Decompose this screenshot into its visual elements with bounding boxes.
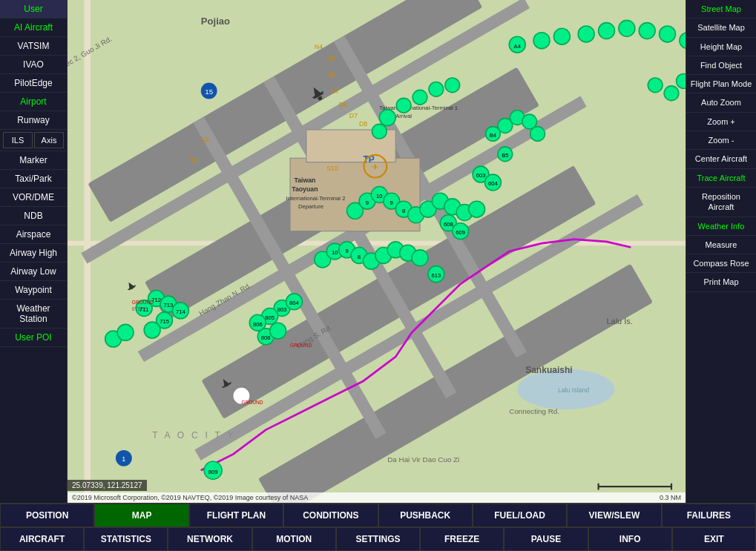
btn-zoom-minus[interactable]: Zoom - (686, 131, 756, 150)
btn-measure[interactable]: Measure (686, 236, 756, 254)
btn-weather-info[interactable]: Weather Info (686, 217, 756, 236)
btn-flight-plan-mode[interactable]: Flight Plan Mode (686, 75, 756, 93)
svg-text:0T072: 0T072 (132, 306, 146, 311)
toolbar-btn-aircraft[interactable]: AIRCRAFT (0, 527, 84, 551)
svg-text:GROUND: GROUND (132, 300, 154, 305)
svg-text:D7: D7 (349, 112, 358, 119)
toolbar-btn-freeze[interactable]: FREEZE (420, 527, 504, 551)
btn-compass-rose[interactable]: Compass Rose (686, 254, 756, 273)
sidebar-item-user[interactable]: User (0, 0, 67, 19)
copyright-text: ©2019 Microsoft Corporation, ©2019 NAVTE… (72, 494, 308, 501)
btn-height-map[interactable]: Height Map (686, 38, 756, 56)
svg-text:Lalu Island: Lalu Island (558, 386, 589, 394)
btn-find-object[interactable]: Find Object (686, 56, 756, 75)
svg-point-57 (429, 82, 444, 96)
svg-point-56 (412, 90, 427, 105)
sidebar-item-airspace[interactable]: Airspace (0, 225, 67, 244)
coordinates-text: 25.07339, 121.25127 (72, 481, 142, 489)
toolbar-btn-position[interactable]: POSITION (0, 504, 94, 527)
svg-point-59 (372, 124, 387, 139)
svg-text:1: 1 (122, 455, 125, 463)
svg-text:613: 613 (432, 272, 441, 279)
bottom-toolbar: POSITION MAP FLIGHT PLAN CONDITIONS PUSH… (0, 503, 756, 551)
svg-text:S10: S10 (326, 165, 338, 172)
svg-text:Taoyuan: Taoyuan (292, 185, 318, 193)
svg-text:608: 608 (444, 221, 453, 228)
toolbar-btn-view-slew[interactable]: VIEW/SLEW (567, 504, 661, 527)
toolbar-btn-statistics[interactable]: STATISTICS (84, 527, 168, 551)
svg-text:Arrival: Arrival (395, 113, 412, 119)
btn-trace-aircraft[interactable]: Trace Aircraft (686, 169, 756, 188)
sidebar-item-waypoint[interactable]: Waypoint (0, 281, 67, 300)
svg-point-126 (270, 323, 286, 339)
svg-text:N4: N4 (315, 43, 323, 50)
svg-text:International-Terminal 2: International-Terminal 2 (286, 195, 346, 202)
toolbar-btn-fuel-load[interactable]: FUEL/LOAD (473, 504, 567, 527)
svg-text:809: 809 (208, 469, 218, 475)
svg-text:8: 8 (402, 208, 405, 214)
toolbar-btn-motion[interactable]: MOTION (252, 527, 336, 551)
sidebar-item-airport[interactable]: Airport (0, 93, 67, 111)
btn-auto-zoom[interactable]: Auto Zoom (686, 93, 756, 112)
sidebar-item-ndb[interactable]: NDB (0, 207, 67, 225)
toolbar-btn-pushback[interactable]: PUSHBACK (378, 504, 473, 527)
btn-center-aircraft[interactable]: Center Aircraft (686, 150, 756, 168)
sidebar-item-vor-dme[interactable]: VOR/DME (0, 188, 67, 207)
sidebar-item-airway-low[interactable]: Airway Low (0, 263, 67, 281)
toolbar-row-2: AIRCRAFT STATISTICS NETWORK MOTION SETTI… (0, 527, 756, 551)
app: User AI Aircraft VATSIM IVAO PilotEdge A… (0, 0, 756, 551)
svg-text:10: 10 (332, 249, 338, 256)
svg-text:D8: D8 (359, 120, 367, 128)
sidebar-item-marker[interactable]: Marker (0, 151, 67, 170)
btn-satellite-map[interactable]: Satellite Map (686, 19, 756, 37)
svg-point-78 (469, 201, 485, 217)
btn-reposition-aircraft[interactable]: Reposition Aircraft (686, 188, 756, 217)
toolbar-btn-flight-plan[interactable]: FLIGHT PLAN (189, 504, 283, 527)
svg-point-46 (639, 23, 655, 39)
sidebar-item-taxi-park[interactable]: Taxi/Park (0, 170, 67, 188)
sidebar-item-axis[interactable]: Axis (34, 132, 64, 148)
svg-text:N3: N3 (188, 156, 197, 164)
sidebar-item-vatsim[interactable]: VATSIM (0, 37, 67, 56)
svg-text:806: 806 (253, 321, 263, 328)
map-area[interactable]: Lalu Island (68, 0, 686, 503)
sidebar-item-runway[interactable]: Runway (0, 111, 67, 130)
svg-text:GROUND: GROUND (241, 400, 263, 405)
sidebar-item-user-poi[interactable]: User POI (0, 329, 67, 347)
toolbar-btn-failures[interactable]: FAILURES (662, 504, 756, 527)
toolbar-row-1: POSITION MAP FLIGHT PLAN CONDITIONS PUSH… (0, 504, 756, 527)
sidebar-item-ai-aircraft[interactable]: AI Aircraft (0, 19, 67, 37)
right-sidebar: Street Map Satellite Map Height Map Find… (686, 0, 756, 503)
svg-text:715: 715 (160, 318, 169, 325)
svg-text:B5: B5 (502, 152, 508, 159)
svg-text:Sankuaishi: Sankuaishi (525, 365, 572, 375)
svg-point-53 (648, 78, 663, 93)
svg-point-45 (619, 20, 635, 36)
sidebar-item-airway-high[interactable]: Airway High (0, 244, 67, 263)
sidebar-item-ivao[interactable]: IVAO (0, 56, 67, 74)
svg-text:Lalu Is.: Lalu Is. (607, 317, 633, 326)
toolbar-btn-conditions[interactable]: CONDITIONS (283, 504, 378, 527)
sidebar-item-ils[interactable]: ILS (3, 132, 33, 148)
btn-street-map[interactable]: Street Map (686, 0, 756, 19)
toolbar-btn-map[interactable]: MAP (94, 504, 188, 527)
svg-text:803: 803 (277, 306, 287, 313)
toolbar-btn-info[interactable]: INFO (588, 527, 672, 551)
sidebar-item-weather-station[interactable]: Weather Station (0, 300, 67, 329)
svg-point-43 (578, 26, 594, 42)
svg-point-91 (412, 250, 428, 266)
toolbar-btn-settings[interactable]: SETTINGS (336, 527, 420, 551)
svg-text:805: 805 (265, 314, 275, 321)
svg-point-41 (533, 33, 550, 49)
sidebar-item-pilotedge[interactable]: PilotEdge (0, 74, 67, 93)
left-sidebar: User AI Aircraft VATSIM IVAO PilotEdge A… (0, 0, 68, 503)
btn-print-map[interactable]: Print Map (686, 273, 756, 291)
svg-text:N7: N7 (331, 88, 339, 95)
toolbar-btn-pause[interactable]: PAUSE (504, 527, 588, 551)
toolbar-btn-exit[interactable]: EXIT (672, 527, 756, 551)
svg-text:603: 603 (476, 172, 486, 179)
toolbar-btn-network[interactable]: NETWORK (168, 527, 252, 551)
btn-zoom-plus[interactable]: Zoom + (686, 113, 756, 131)
svg-text:Departure: Departure (298, 203, 323, 210)
svg-point-115 (117, 324, 134, 340)
